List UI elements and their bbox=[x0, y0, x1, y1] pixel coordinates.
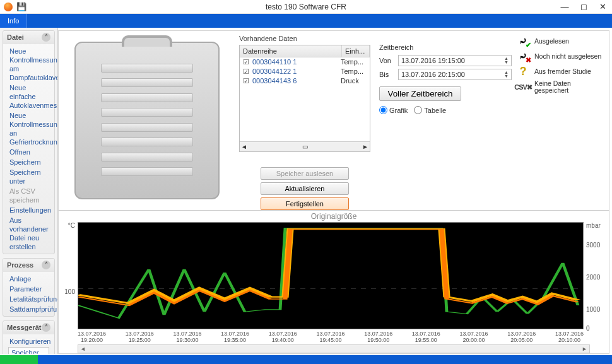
unit-cell: Temp... bbox=[341, 58, 368, 66]
unit-cell: Temp... bbox=[341, 68, 368, 76]
foreign-icon: ? bbox=[515, 65, 531, 78]
radio-grafik[interactable]: Grafik bbox=[379, 106, 408, 114]
nodata-icon: CSV✖ bbox=[515, 81, 531, 93]
maximize-button[interactable]: ◻ bbox=[574, 2, 593, 11]
sidebar-item[interactable]: Einstellungen bbox=[3, 205, 54, 215]
checkbox-icon[interactable]: ☑ bbox=[241, 58, 251, 66]
to-label: Bis bbox=[379, 71, 394, 78]
sidebar-item[interactable]: Speichern bbox=[3, 157, 54, 167]
status-legend: ⤾Ausgelesen ⤾Noch nicht ausgelesen ?Aus … bbox=[515, 35, 604, 210]
y-right-tick: 3000 bbox=[586, 242, 600, 249]
panel-messgeraet: Messgerät ˄ KonfigurierenSpeicher ausles… bbox=[3, 320, 55, 354]
collapse-icon[interactable]: ˄ bbox=[42, 323, 50, 332]
x-axis: 13.07.2016 19:20:0013.07.2016 19:25:0013… bbox=[78, 329, 584, 343]
y-left-tick: 100 bbox=[64, 288, 75, 295]
radio-tabelle[interactable]: Tabelle bbox=[414, 106, 446, 114]
y-axis-left: °C 100 bbox=[60, 222, 78, 329]
legend-notread: Noch nicht ausgelesen bbox=[534, 53, 601, 60]
sidebar-item[interactable]: Neue Kontrollmessung am Dampfautoklaven bbox=[3, 46, 54, 83]
y-right-tick: 1000 bbox=[586, 306, 600, 313]
y-right-tick: 2000 bbox=[586, 274, 600, 281]
spinner-icon[interactable]: ▲▼ bbox=[504, 57, 509, 64]
sidebar-item[interactable]: Sattdampfprüfung bbox=[3, 304, 54, 314]
sidebar-item[interactable]: Parameter bbox=[3, 284, 54, 294]
device-case-image bbox=[59, 31, 235, 210]
panel-datei: Datei ˄ Neue Kontrollmessung am Dampfaut… bbox=[3, 30, 55, 254]
col-einheit[interactable]: Einh... bbox=[342, 45, 370, 57]
ribbon-tabs: Info bbox=[0, 14, 612, 28]
serial-number: 0003044110 1 bbox=[251, 58, 341, 66]
x-tick: 13.07.2016 19:25:00 bbox=[126, 331, 154, 343]
panel-prozess-title: Prozess bbox=[7, 261, 33, 269]
table-row[interactable]: ☑0003044110 1Temp... bbox=[240, 57, 370, 67]
grid-hscroll[interactable]: ◄▭► bbox=[240, 141, 370, 151]
data-grid[interactable]: Datenreihe Einh... ☑0003044110 1Temp...☑… bbox=[239, 45, 370, 152]
checkbox-icon[interactable]: ☑ bbox=[241, 77, 251, 85]
collapse-icon[interactable]: ˄ bbox=[42, 33, 50, 42]
collapse-icon[interactable]: ˄ bbox=[42, 261, 50, 269]
sidebar-item[interactable]: Anlage bbox=[3, 274, 54, 284]
app-logo-icon bbox=[4, 3, 13, 11]
to-datetime-input[interactable]: 13.07.2016 20:15:00 ▲▼ bbox=[398, 69, 512, 80]
sidebar-item[interactable]: Neue einfache Autoklavenmessung bbox=[3, 83, 54, 110]
legend-foreign: Aus fremder Studie bbox=[534, 68, 591, 75]
x-tick: 13.07.2016 19:50:00 bbox=[364, 331, 392, 343]
serial-number: 0003044143 6 bbox=[251, 77, 341, 85]
read-icon: ⤾ bbox=[515, 35, 531, 47]
radio-tabelle-input[interactable] bbox=[414, 106, 422, 114]
sidebar-item[interactable]: Speicher auslesen bbox=[8, 347, 49, 354]
radio-grafik-input[interactable] bbox=[379, 106, 387, 114]
chart-title: Originalgröße bbox=[60, 211, 608, 222]
x-tick: 13.07.2016 19:30:00 bbox=[173, 331, 201, 343]
unit-cell: Druck bbox=[341, 77, 368, 85]
x-tick: 13.07.2016 20:10:00 bbox=[555, 331, 584, 343]
sidebar-item[interactable]: Speichern unter bbox=[3, 167, 54, 186]
data-section-header: Vorhandene Daten bbox=[239, 35, 370, 42]
from-datetime-input[interactable]: 13.07.2016 19:15:00 ▲▼ bbox=[398, 55, 512, 66]
x-tick: 13.07.2016 19:20:00 bbox=[78, 331, 106, 343]
serial-number: 0003044122 1 bbox=[251, 68, 341, 76]
chart-plot[interactable] bbox=[78, 222, 584, 329]
panel-prozess: Prozess ˄ AnlageParameterLetalitätsprüfu… bbox=[3, 258, 55, 317]
from-label: Von bbox=[379, 57, 394, 64]
finish-button[interactable]: Fertigstellen bbox=[261, 197, 349, 210]
sidebar-item[interactable]: Öffnen bbox=[3, 147, 54, 157]
content: Vorhandene Daten Datenreihe Einh... ☑000… bbox=[58, 30, 609, 354]
sidebar-item[interactable]: Konfigurieren bbox=[3, 336, 54, 346]
x-tick: 13.07.2016 20:00:00 bbox=[460, 331, 488, 343]
chart-hscroll[interactable]: ◄► bbox=[78, 344, 590, 353]
full-range-button[interactable]: Voller Zeitbereich bbox=[379, 86, 461, 101]
x-tick: 13.07.2016 19:40:00 bbox=[269, 331, 297, 343]
minimize-button[interactable]: — bbox=[555, 2, 574, 11]
panel-messgeraet-title: Messgerät bbox=[7, 324, 41, 331]
close-button[interactable]: ✕ bbox=[593, 2, 612, 11]
table-row[interactable]: ☑0003044143 6Druck bbox=[240, 76, 370, 86]
y-right-unit: mbar bbox=[586, 222, 601, 229]
sidebar-item[interactable]: Aus vorhandener Datei neu erstellen bbox=[3, 215, 54, 252]
save-icon[interactable]: 💾 bbox=[16, 2, 26, 11]
panel-prozess-header[interactable]: Prozess ˄ bbox=[3, 259, 54, 272]
spinner-icon[interactable]: ▲▼ bbox=[504, 71, 509, 78]
panel-datei-header[interactable]: Datei ˄ bbox=[3, 31, 54, 44]
y-axis-right: mbar 3000 2000 1000 0 bbox=[584, 222, 608, 329]
sidebar-item[interactable]: Neue Kontrollmessung an Gefriertrocknung… bbox=[3, 110, 54, 147]
checkbox-icon[interactable]: ☑ bbox=[241, 68, 251, 76]
tab-info[interactable]: Info bbox=[0, 14, 27, 28]
statusbar bbox=[0, 355, 612, 364]
window-controls: — ◻ ✕ bbox=[555, 2, 612, 11]
panel-messgeraet-header[interactable]: Messgerät ˄ bbox=[3, 321, 54, 334]
col-datenreihe[interactable]: Datenreihe bbox=[240, 45, 342, 57]
x-tick: 13.07.2016 19:55:00 bbox=[412, 331, 440, 343]
sidebar-item[interactable]: Letalitätsprüfung bbox=[3, 294, 54, 304]
y-right-tick: 0 bbox=[586, 325, 590, 332]
x-tick: 13.07.2016 19:45:00 bbox=[316, 331, 344, 343]
legend-read: Ausgelesen bbox=[534, 38, 569, 45]
read-memory-button[interactable]: Speicher auslesen bbox=[261, 167, 349, 180]
table-row[interactable]: ☑0003044122 1Temp... bbox=[240, 67, 370, 76]
sidebar-item[interactable]: Als CSV speichern bbox=[3, 186, 54, 205]
app-title: testo 190 Software CFR bbox=[0, 3, 612, 11]
from-value: 13.07.2016 19:15:00 bbox=[401, 57, 465, 64]
titlebar: 💾 testo 190 Software CFR — ◻ ✕ bbox=[0, 0, 612, 14]
update-button[interactable]: Aktualisieren bbox=[261, 182, 349, 195]
notread-icon: ⤾ bbox=[515, 50, 531, 62]
